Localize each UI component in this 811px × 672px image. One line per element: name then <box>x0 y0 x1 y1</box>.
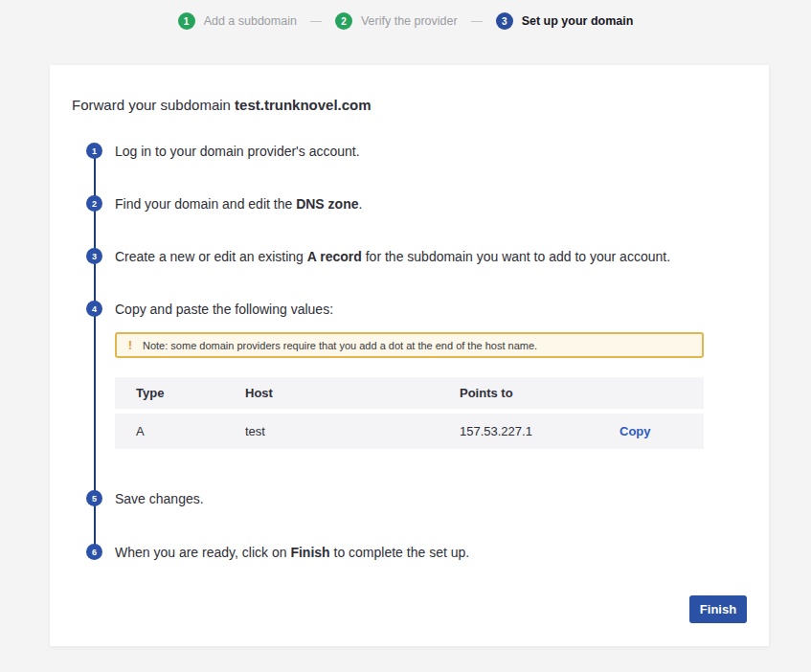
instruction-4-content: Copy and paste the following values: ! N… <box>115 300 704 489</box>
instruction-3-number: 3 <box>86 248 102 264</box>
dns-table-header: Type Host Points to <box>115 377 704 409</box>
copy-ip-link[interactable]: Copy <box>620 424 651 438</box>
record-type-value: A <box>115 422 245 441</box>
instruction-5-text: Save changes. <box>115 489 204 508</box>
provider-note-text: Note: some domain providers require that… <box>143 336 537 355</box>
step-3-label: Set up your domain <box>522 14 634 28</box>
dns-record-row: A test 157.53.227.1 Copy <box>115 414 704 449</box>
stepper-separator: — <box>471 14 483 28</box>
step-1-circle-icon: 1 <box>178 12 195 30</box>
instruction-1-text-before: Log in to your domain provider's account… <box>115 144 360 159</box>
instruction-6-text-after: to complete the set up. <box>330 545 470 560</box>
instruction-2-text-bold: DNS zone <box>296 196 358 212</box>
instruction-4-text: Copy and paste the following values: <box>115 300 704 319</box>
instruction-1-number: 1 <box>86 143 102 159</box>
instruction-step-4: 4 Copy and paste the following values: !… <box>86 300 747 489</box>
stepper-step-verify-provider[interactable]: 2 Verify the provider <box>335 12 458 30</box>
header-host: Host <box>245 384 460 403</box>
provider-note-banner: ! Note: some domain providers require th… <box>115 332 704 358</box>
instruction-3-text-after: for the subdomain you want to add to you… <box>362 249 670 264</box>
instruction-3-text-before: Create a new or edit an existing <box>115 249 307 264</box>
instruction-2-text: Find your domain and edit the DNS zone. <box>115 194 362 213</box>
instruction-step-3: 3 Create a new or edit an existing A rec… <box>86 247 747 266</box>
instruction-2-text-after: . <box>358 196 362 212</box>
instruction-3-text-bold: A record <box>307 249 362 264</box>
instruction-step-2: 2 Find your domain and edit the DNS zone… <box>86 194 747 213</box>
instruction-4-text-before: Copy and paste the following values: <box>115 302 333 317</box>
record-points-to-value: 157.53.227.1 <box>460 422 620 441</box>
step-2-label: Verify the provider <box>361 14 458 28</box>
step-3-circle-icon: 3 <box>496 12 513 30</box>
page-title: Forward your subdomain test.trunknovel.c… <box>50 65 769 113</box>
page-title-domain: test.trunknovel.com <box>235 97 372 113</box>
instruction-4-number: 4 <box>86 301 102 317</box>
instruction-6-text: When you are ready, click on Finish to c… <box>115 543 469 562</box>
instruction-5-text-before: Save changes. <box>115 491 204 506</box>
instruction-steps: 1 Log in to your domain provider's accou… <box>86 142 747 562</box>
header-points-to: Points to <box>460 384 620 403</box>
record-host-value: test <box>245 422 460 441</box>
setup-card: Forward your subdomain test.trunknovel.c… <box>50 65 769 646</box>
header-type: Type <box>115 384 245 403</box>
stepper-step-set-up-domain[interactable]: 3 Set up your domain <box>496 12 634 30</box>
instruction-step-5: 5 Save changes. <box>86 489 747 508</box>
instruction-6-text-before: When you are ready, click on <box>115 545 290 560</box>
stepper-separator: — <box>310 14 322 28</box>
dns-records-table: Type Host Points to A test 157.53.227.1 … <box>115 377 704 449</box>
warning-exclamation-icon: ! <box>128 336 132 355</box>
step-2-circle-icon: 2 <box>335 12 352 30</box>
instruction-6-text-bold: Finish <box>290 545 329 560</box>
instruction-3-text: Create a new or edit an existing A recor… <box>115 247 670 266</box>
instruction-step-6: 6 When you are ready, click on Finish to… <box>86 543 747 562</box>
step-1-label: Add a subdomain <box>204 14 297 28</box>
instruction-1-text: Log in to your domain provider's account… <box>115 142 360 161</box>
instruction-6-number: 6 <box>86 544 102 560</box>
instruction-5-number: 5 <box>86 490 102 506</box>
stepper-step-add-subdomain[interactable]: 1 Add a subdomain <box>178 12 297 30</box>
page-title-prefix: Forward your subdomain <box>72 97 235 113</box>
instruction-2-number: 2 <box>86 195 102 212</box>
instruction-step-1: 1 Log in to your domain provider's accou… <box>86 142 747 161</box>
wizard-stepper: 1 Add a subdomain — 2 Verify the provide… <box>0 0 811 42</box>
finish-button[interactable]: Finish <box>689 595 747 623</box>
instruction-2-text-before: Find your domain and edit the <box>115 196 296 212</box>
